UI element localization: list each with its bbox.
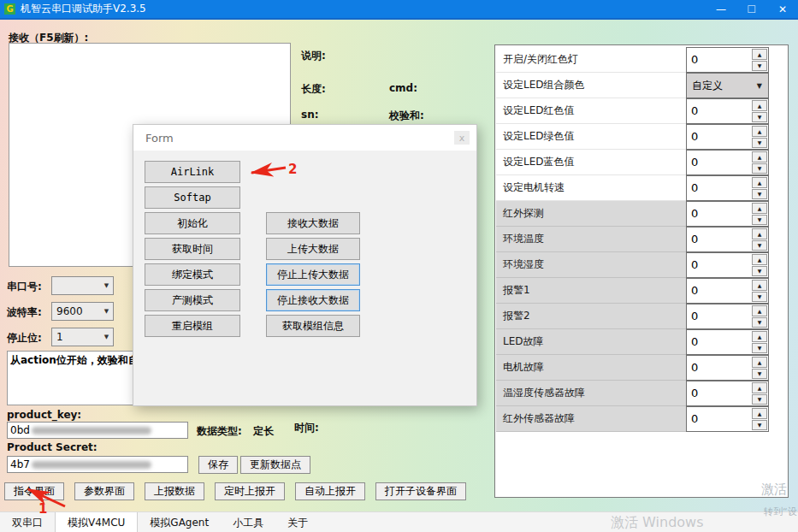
product-key-label: product_key: [7,409,81,421]
spinner-up-icon[interactable]: ▲ [752,100,767,111]
spinner-up-icon[interactable]: ▲ [752,151,767,163]
spinner-up-icon[interactable]: ▲ [752,228,767,239]
datapoint-spinner[interactable]: 0 ▲▼ [686,278,769,304]
title-bar: G 机智云串口调试助手V2.3.5 — ☐ ✕ [0,0,798,20]
spinner-up-icon[interactable]: ▲ [752,280,767,291]
datapoint-spinner[interactable]: 0 ▲▼ [686,304,769,329]
datapoint-spinner[interactable]: 0 ▲▼ [686,227,769,252]
dialog-button[interactable]: 上传大数据 [266,238,360,260]
tab-4[interactable]: 关于 [275,512,320,532]
spinner-down-icon[interactable]: ▼ [752,138,767,149]
datapoint-spinner[interactable]: 0 ▲▼ [686,381,769,406]
spinner-up-icon[interactable]: ▲ [752,331,767,342]
dialog-close-button[interactable]: x [454,131,470,145]
product-key-input[interactable]: 0bd [7,422,188,439]
datapoint-dropdown[interactable]: 自定义 ▼ [686,73,769,98]
datapoint-spinner[interactable]: 0 ▲▼ [686,355,769,381]
datapoint-spinner[interactable]: 0 ▲▼ [686,150,769,175]
spinner-down-icon[interactable]: ▼ [752,163,767,174]
spinner-up-icon[interactable]: ▲ [752,254,767,265]
spinner-down-icon[interactable]: ▼ [752,266,767,277]
row-spacer [769,150,789,175]
datapoint-spinner[interactable]: 0 ▲▼ [686,98,769,124]
bottom-button[interactable]: 定时上报开 [215,482,285,500]
spinner-down-icon[interactable]: ▼ [752,420,767,431]
spinner-down-icon[interactable]: ▼ [752,112,767,123]
dialog-button[interactable]: 产测模式 [145,289,240,311]
spinner-down-icon[interactable]: ▼ [752,292,767,303]
datapoint-spinner[interactable]: 0 ▲▼ [686,252,769,278]
maximize-button[interactable]: ☐ [736,0,767,18]
datapoint-spinner[interactable]: 0 ▲▼ [686,329,769,355]
spinner-up-icon[interactable]: ▲ [752,305,767,316]
spinner-down-icon[interactable]: ▼ [752,369,767,380]
spinner-up-icon[interactable]: ▲ [752,382,767,393]
spinner-down-icon[interactable]: ▼ [752,343,767,354]
tab-2[interactable]: 模拟GAgent [138,512,221,532]
product-secret-input[interactable]: 4b7 [7,456,188,473]
dialog-button[interactable]: 停止上传大数据 [266,263,360,286]
bottom-button[interactable]: 参数界面 [74,482,134,500]
datapoint-spinner[interactable]: 0 ▲▼ [686,124,769,150]
datapoint-spinner[interactable]: 0 ▲▼ [686,175,769,201]
dialog-button[interactable]: 重启模组 [145,315,240,337]
redacted-value [32,427,151,434]
datapoint-spinner[interactable]: 0 ▲▼ [686,47,769,73]
chevron-down-icon: ▼ [757,82,762,90]
spinner-up-icon[interactable]: ▲ [752,177,767,188]
bottom-button[interactable]: 自动上报开 [295,482,365,500]
baud-rate-select[interactable]: 9600 ▼ [51,302,114,321]
close-button[interactable]: ✕ [767,0,798,18]
save-button[interactable]: 保存 [198,456,238,474]
spinner-down-icon[interactable]: ▼ [752,61,767,72]
datapoint-label: 电机故障 [496,355,686,381]
dialog-button[interactable]: 停止接收大数据 [266,289,360,311]
spinner-value: 0 [687,176,751,200]
product-key-prefix: 0bd [10,424,30,436]
bottom-button[interactable]: 指令界面 [4,482,64,500]
datapoint-spinner[interactable]: 0 ▲▼ [686,406,769,432]
spinner-value: 0 [687,125,751,149]
tab-3[interactable]: 小工具 [221,512,275,532]
spinner-down-icon[interactable]: ▼ [752,394,767,405]
dialog-button[interactable]: AirLink [145,161,240,183]
datapoint-row: 报警2 0 ▲▼ [496,304,789,329]
dialog-button[interactable]: 获取模组信息 [266,315,360,337]
datapoint-label: 红外传感器故障 [496,406,686,432]
chevron-down-icon: ▼ [100,308,113,315]
spinner-up-icon[interactable]: ▲ [752,49,767,60]
minimize-button[interactable]: — [706,0,736,18]
spinner-value: 0 [687,330,751,354]
dialog-button[interactable]: 接收大数据 [266,212,360,234]
row-spacer [769,124,789,150]
dialog-button[interactable]: 绑定模式 [145,263,240,286]
datapoint-row: 设定LED绿色值 0 ▲▼ [496,124,789,150]
spinner-down-icon[interactable]: ▼ [752,189,767,200]
spinner-down-icon[interactable]: ▼ [752,317,767,328]
dialog-button[interactable]: 初始化 [145,212,240,234]
spinner-up-icon[interactable]: ▲ [752,408,767,419]
dialog-title: Form [145,132,174,145]
dialog-button[interactable]: Softap [145,186,240,209]
datapoint-label: 设定LED蓝色值 [496,150,686,175]
datapoint-row: 设定LED蓝色值 0 ▲▼ [496,150,789,175]
form-dialog: Form x AirLinkSoftap初始化获取时间绑定模式产测模式重启模组 … [133,124,477,406]
spinner-down-icon[interactable]: ▼ [752,240,767,251]
desc-label: 说明: [301,49,326,63]
bottom-button[interactable]: 打开子设备界面 [375,482,466,500]
note-textarea[interactable]: 从action位开始，效验和自 [7,351,134,405]
spinner-up-icon[interactable]: ▲ [752,126,767,137]
com-port-select[interactable]: ▼ [51,276,114,295]
dialog-button[interactable]: 获取时间 [145,238,240,260]
spinner-down-icon[interactable]: ▼ [752,215,767,226]
update-datapoints-button[interactable]: 更新数据点 [240,456,310,474]
tab-1[interactable]: 模拟V4MCU [55,512,138,532]
datapoint-label: 红外探测 [496,201,686,227]
spinner-up-icon[interactable]: ▲ [752,203,767,214]
spinner-up-icon[interactable]: ▲ [752,357,767,368]
stop-bit-select[interactable]: 1 ▼ [51,328,114,346]
row-spacer [769,227,789,252]
bottom-button[interactable]: 上报数据 [145,482,204,500]
datapoint-spinner[interactable]: 0 ▲▼ [686,201,769,227]
datapoint-label: LED故障 [496,329,686,355]
